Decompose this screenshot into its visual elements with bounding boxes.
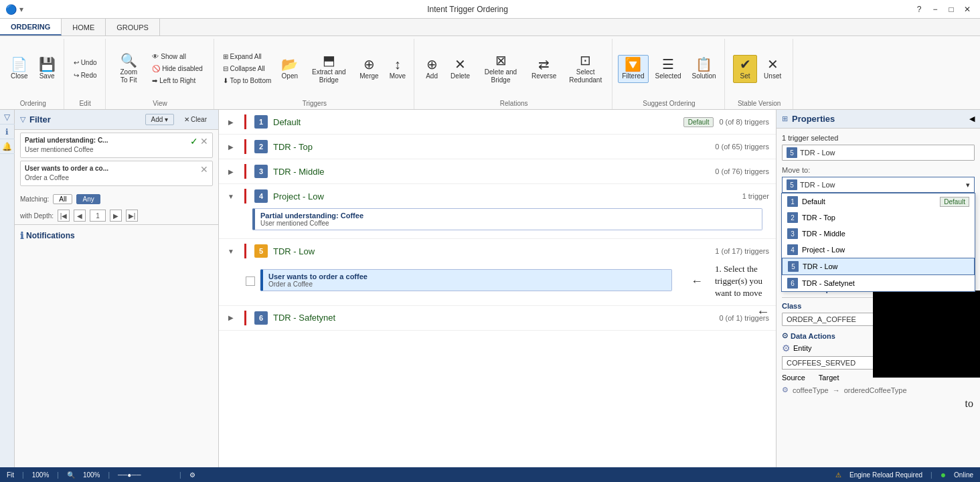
dropdown-item-6[interactable]: 6 TDR - Safetynet: [782, 275, 975, 291]
engine-msg: Engine Reload Required: [849, 471, 922, 479]
group-header-4[interactable]: ▼ 4 Project - Low 1 trigger: [219, 184, 776, 208]
filter-remove-2[interactable]: ✕: [200, 164, 208, 175]
top-to-bottom-button[interactable]: ⬇ Top to Bottom: [220, 75, 275, 86]
notifications-section: ℹ Notifications: [15, 224, 218, 246]
group-2-name: TDR - Top: [273, 142, 710, 152]
dropdown-item-3[interactable]: 3 TDR - Middle: [782, 226, 975, 242]
dropdown-item-5[interactable]: 5 TDR - Low: [782, 258, 975, 275]
settings-icon[interactable]: ⚙: [189, 471, 195, 479]
group-row-3: ▶ 3 TDR - Middle 0 (of 76) triggers: [219, 159, 776, 184]
ordering-buttons: 📄 Close 💾 Save: [7, 39, 60, 98]
depth-first-button[interactable]: |◀: [58, 210, 70, 222]
selected-count-label: 1 trigger selected: [782, 134, 975, 142]
show-all-button[interactable]: 👁 Show all: [149, 51, 206, 62]
selected-button[interactable]: ☰ Selected: [651, 55, 685, 83]
group-header-2[interactable]: ▶ 2 TDR - Top 0 (of 65) triggers: [219, 135, 776, 159]
move-button[interactable]: ↕ Move: [386, 55, 410, 83]
delete-button[interactable]: ✕ Delete: [446, 55, 474, 83]
filter-side-icon[interactable]: ▽: [0, 110, 15, 125]
depth-prev-button[interactable]: ◀: [74, 210, 86, 222]
triggers-group-label: Triggers: [303, 98, 327, 109]
dropdown-item-2[interactable]: 2 TDR - Top: [782, 210, 975, 226]
notifications-title: ℹ Notifications: [20, 230, 213, 241]
filter-remove-1[interactable]: ✕: [200, 136, 208, 147]
zoom1-status: 100%: [32, 471, 50, 479]
move-to-dropdown[interactable]: 5 TDR - Low ▾: [782, 177, 975, 193]
ribbon-group-stable: ✔ Set ✕ Unset Stable Version: [726, 39, 793, 109]
filter-clear-button[interactable]: ✕ Clear: [178, 114, 213, 125]
open-button[interactable]: 📂 Open: [277, 55, 302, 83]
trigger-5-1-sub: Order a Coffee: [268, 280, 368, 288]
group-5-collapse[interactable]: ▼: [226, 246, 236, 256]
group-header-3[interactable]: ▶ 3 TDR - Middle 0 (of 76) triggers: [219, 159, 776, 183]
fit-status: Fit: [7, 471, 14, 479]
depth-next-button[interactable]: ▶: [110, 210, 122, 222]
group-6-name: TDR - Safetynet: [273, 313, 714, 323]
undo-button[interactable]: ↩ Undo: [70, 57, 100, 68]
group-6-collapse[interactable]: ▶: [226, 313, 236, 323]
depth-last-button[interactable]: ▶|: [126, 210, 138, 222]
dropdown-selected-name: TDR - Low: [800, 181, 835, 189]
solution-button[interactable]: 📋 Solution: [688, 55, 720, 83]
group-2-collapse[interactable]: ▶: [226, 141, 236, 152]
dropdown-item-4[interactable]: 4 Project - Low: [782, 242, 975, 258]
select-redundant-button[interactable]: ⊡ Select Redundant: [563, 51, 608, 87]
add-icon: ⊕: [426, 58, 438, 71]
filter-item-1-sub: User mentioned Coffee: [25, 145, 108, 155]
reverse-button[interactable]: ⇄ Reverse: [527, 55, 560, 83]
group-header-1[interactable]: ▶ 1 Default Default 0 (of 8) triggers: [219, 110, 776, 134]
group-header-6[interactable]: ▶ 6 TDR - Safetynet 0 (of 1) triggers: [219, 306, 776, 330]
extract-icon: ⬒: [323, 54, 335, 67]
trigger-5-1-title: User wants to order a coffee: [268, 272, 368, 280]
tab-ordering[interactable]: ORDERING: [0, 19, 62, 35]
delete-and-bridge-button[interactable]: ⊠ Delete and Bridge: [477, 51, 525, 87]
minimize-button[interactable]: −: [928, 3, 943, 15]
filter-add-button[interactable]: Add ▾: [145, 114, 175, 125]
extract-bridge-button[interactable]: ⬒ Extract and Bridge: [305, 51, 353, 87]
unset-button[interactable]: ✕ Unset: [760, 55, 785, 83]
group-1-collapse[interactable]: ▶: [226, 116, 236, 127]
undo-icon: ↩: [74, 59, 79, 66]
save-button[interactable]: 💾 Save: [35, 55, 60, 83]
eye-icon: 👁: [152, 53, 159, 60]
notification-side-icon[interactable]: 🔔: [0, 139, 15, 154]
match-all-button[interactable]: All: [53, 194, 72, 204]
filter-check-1[interactable]: ✓: [190, 136, 198, 147]
left-to-right-button[interactable]: ➡ Left to Right: [149, 75, 206, 86]
close-button[interactable]: 📄 Close: [7, 55, 32, 83]
hide-disabled-button[interactable]: 🚫 Hide disabled: [149, 63, 206, 74]
side-icons: ▽ ℹ 🔔: [0, 110, 15, 467]
help-button[interactable]: ?: [912, 3, 926, 15]
redo-button[interactable]: ↪ Redo: [70, 70, 100, 81]
tab-home[interactable]: HOME: [62, 19, 106, 35]
properties-collapse-icon[interactable]: ◀: [969, 114, 975, 123]
move-to-dropdown-container: 5 TDR - Low ▾ 1 Default Default 2 TDR - …: [782, 177, 975, 193]
collapse-all-button[interactable]: ⊟ Collapse All: [220, 63, 275, 74]
group-3-collapse[interactable]: ▶: [226, 166, 236, 177]
direction-icon: ➡: [152, 77, 157, 84]
dropdown-item-1[interactable]: 1 Default Default: [782, 193, 975, 210]
trigger-5-1-checkbox[interactable]: [246, 276, 255, 286]
relations-group-label: Relations: [500, 98, 528, 109]
match-any-button[interactable]: Any: [76, 194, 100, 204]
group-row-4: ▼ 4 Project - Low 1 trigger Partial unde…: [219, 184, 776, 239]
filter-item-1[interactable]: Partial understanding: C... User mention…: [20, 133, 213, 158]
center-content: ▶ 1 Default Default 0 (of 8) triggers ▶ …: [219, 110, 776, 467]
set-button[interactable]: ✔ Set: [733, 55, 757, 83]
filter-item-2[interactable]: User wants to order a co... Order a Coff…: [20, 161, 213, 186]
merge-button[interactable]: ⊕ Merge: [355, 55, 382, 83]
ribbon: 📄 Close 💾 Save Ordering ↩ Undo ↪ Redo: [0, 36, 980, 110]
maximize-button[interactable]: □: [944, 3, 959, 15]
group-header-5[interactable]: ▼ 5 TDR - Low 1 (of 17) triggers: [219, 239, 776, 263]
tab-groups[interactable]: GROUPS: [106, 19, 160, 35]
info-side-icon[interactable]: ℹ: [0, 125, 15, 139]
filtered-button[interactable]: 🔽 Filtered: [618, 55, 648, 83]
zoom-to-fit-button[interactable]: 🔍 Zoom To Fit: [114, 51, 143, 87]
group-4-collapse[interactable]: ▼: [226, 191, 236, 202]
trigger-5-1[interactable]: User wants to order a coffee Order a Cof…: [260, 269, 672, 291]
trigger-4-1[interactable]: Partial understanding: Coffee User menti…: [252, 208, 762, 230]
add-button[interactable]: ⊕ Add: [420, 55, 444, 83]
zoom-slider[interactable]: ──●──: [118, 471, 171, 479]
close-button[interactable]: ✕: [960, 3, 975, 15]
expand-all-button[interactable]: ⊞ Expand All: [220, 51, 275, 62]
